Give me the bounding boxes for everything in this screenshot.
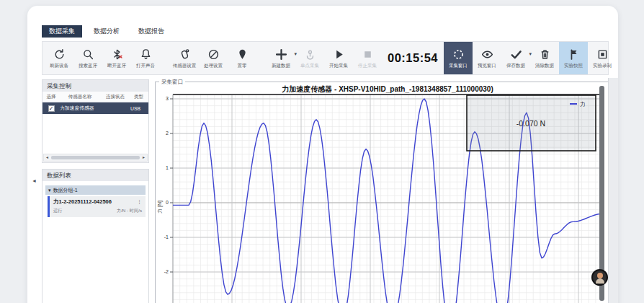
tab-data-analysis[interactable]: 数据分析: [86, 25, 127, 38]
scrollbar-thumb[interactable]: [51, 156, 140, 159]
data-item-axes: 力/N - 时间/s: [117, 208, 142, 214]
toolbar-item-label: 实验录制: [593, 63, 612, 69]
toolbar-item-label: 保存数据: [506, 63, 525, 69]
bluetooth-off-button[interactable]: 断开蓝牙: [102, 42, 131, 74]
scroll-left-icon[interactable]: ◄: [44, 155, 50, 160]
toolbar-item-label: 断开蓝牙: [107, 63, 126, 69]
zero-marker-icon: [236, 47, 249, 61]
data-list-panel: 数据列表 ▾ 数据分组-1 力1-2-20251112-042506 ⋮ 运行 …: [42, 169, 149, 303]
right-panel-strip[interactable]: [608, 78, 618, 303]
toolbar-item-label: 置零: [238, 63, 247, 69]
toolbar-item-label: 刷新设备: [50, 63, 68, 69]
col-conn-status: 连接状态: [100, 94, 130, 100]
annotation-value: -0.070 N: [516, 119, 545, 128]
collection-window-groupbox: 采集窗口 3210-1-2力 [N]力加速度传感器 - XHSP-V10HID_…: [155, 82, 609, 303]
refresh-button[interactable]: 刷新设备: [45, 42, 73, 74]
search-icon: [81, 47, 95, 61]
formula-square-button[interactable]: 公式计算: [617, 42, 618, 74]
group-label: 数据分组-1: [53, 187, 78, 194]
compass-icon: [207, 47, 220, 61]
sensor-button[interactable]: 传感器设置: [170, 42, 199, 74]
toolbar-item-label: 传感器设置: [173, 63, 197, 69]
col-sensor-name: 传感器名称: [60, 94, 100, 100]
sensor-table-header: 选择 传感器名称 连接状态 类型: [43, 92, 148, 102]
tab-bar: 数据采集数据分析数据报告: [42, 25, 171, 38]
dashed-circle-button[interactable]: 采集窗口: [444, 42, 473, 74]
toolbar-item-label: 单点采集: [300, 63, 319, 69]
collect-control-panel: 采集控制 选择 传感器名称 连接状态 类型 ✓ 力加速度传感器 USB ◄ ►: [42, 79, 149, 163]
col-type: 类型: [130, 94, 147, 100]
item-more-icon[interactable]: ⋮: [137, 199, 142, 205]
group-caret-icon[interactable]: ▾: [48, 188, 51, 193]
snapshot-flag-icon: [567, 47, 581, 61]
legend-label: 力: [580, 101, 586, 107]
sensor-name: 力加速度传感器: [60, 105, 100, 112]
scroll-right-icon[interactable]: ►: [140, 155, 147, 160]
sensor-checkbox[interactable]: ✓: [48, 105, 55, 112]
search-button[interactable]: 搜索蓝牙: [73, 42, 102, 74]
point-hand-button[interactable]: 单点采集: [295, 42, 324, 74]
toolbar-item-label: 开始采集: [329, 63, 348, 69]
sidebar-collapse-handle[interactable]: ◄: [32, 178, 37, 183]
y-tick-label: 1: [166, 165, 169, 170]
stop-button[interactable]: 停止采集: [353, 42, 382, 74]
data-item[interactable]: 力1-2-20251112-042506 ⋮ 运行 力/N - 时间/s: [48, 196, 146, 217]
tab-data-report[interactable]: 数据报告: [131, 25, 171, 38]
data-group-row[interactable]: ▾ 数据分组-1: [45, 185, 146, 195]
force-time-chart[interactable]: 3210-1-2力 [N]力加速度传感器 - XHSP-V10HID_path_…: [156, 84, 609, 303]
toolbar-item-label: 新建数据: [272, 63, 290, 69]
sensor-row[interactable]: ✓ 力加速度传感器 USB: [43, 102, 148, 114]
trash-icon: [538, 47, 552, 61]
toolbar-item-label: 搜索蓝牙: [79, 63, 97, 69]
y-axis-label: 力 [N]: [157, 201, 163, 214]
assistant-avatar-button[interactable]: [591, 269, 608, 286]
bell-icon: [139, 47, 153, 61]
bluetooth-off-icon: [110, 47, 124, 61]
y-tick-label: -1: [164, 234, 169, 240]
desktop: { "tabs": [ {"label": "数据采集", "active": …: [0, 0, 644, 303]
sensor-table-empty: [43, 114, 148, 152]
eye-icon: [480, 47, 494, 61]
toolbar-item-label: 实验快照: [564, 63, 583, 69]
trash-button[interactable]: 清除数据: [530, 42, 559, 74]
record-square-icon: [596, 47, 609, 61]
chart-plot[interactable]: 3210-1-2力 [N]力加速度传感器 - XHSP-V10HID_path_…: [156, 84, 609, 303]
chart-title: 力加速度传感器 - XHSP-V10HID_path_-1981348857_1…: [282, 85, 493, 93]
data-item-title: 力1-2-20251112-042506: [53, 198, 112, 206]
check-button[interactable]: ▾保存数据: [501, 42, 530, 74]
sensor-icon: [178, 47, 192, 61]
play-button[interactable]: 开始采集: [324, 42, 353, 74]
collect-control-title: 采集控制: [43, 80, 148, 92]
sidebar: 采集控制 选择 传感器名称 连接状态 类型 ✓ 力加速度传感器 USB ◄ ► …: [42, 79, 149, 303]
zero-marker-button[interactable]: 置零: [228, 42, 256, 74]
tab-data-collection[interactable]: 数据采集: [42, 25, 82, 38]
record-square-button[interactable]: 实验录制: [588, 42, 617, 74]
toolbar-item-label: 清除数据: [535, 63, 554, 69]
dashed-circle-icon: [452, 47, 465, 61]
sensor-type: USB: [130, 106, 147, 111]
snapshot-flag-button[interactable]: 实验快照: [559, 42, 588, 74]
point-hand-icon: [303, 47, 317, 61]
col-select: 选择: [43, 94, 60, 100]
app-window: 数据采集数据分析数据报告 刷新设备搜索蓝牙断开蓝牙打开声音传感器设置处理设置置零…: [27, 6, 618, 303]
y-tick-label: -2: [164, 269, 169, 274]
eye-button[interactable]: 预览窗口: [473, 42, 501, 74]
horizontal-scrollbar[interactable]: ◄ ►: [43, 154, 148, 162]
bell-button[interactable]: 打开声音: [131, 42, 160, 74]
compass-button[interactable]: 处理设置: [199, 42, 228, 74]
toolbar-item-label: 处理设置: [204, 63, 223, 69]
toolbar-item-label: 打开声音: [136, 63, 155, 69]
toolbar-item-label: 停止采集: [358, 63, 377, 69]
refresh-icon: [53, 47, 66, 61]
y-tick-label: 3: [166, 96, 169, 101]
stop-icon: [361, 47, 375, 61]
y-tick-label: 0: [166, 200, 169, 205]
toolbar-item-label: 预览窗口: [478, 63, 496, 69]
play-icon: [332, 47, 346, 61]
plus-button[interactable]: ▾新建数据: [267, 42, 295, 74]
data-list-title: 数据列表: [43, 170, 148, 181]
data-item-status: 运行: [53, 208, 62, 214]
toolbar-item-label: 采集窗口: [449, 63, 468, 69]
y-tick-label: 2: [166, 131, 169, 136]
check-icon: [509, 47, 523, 61]
